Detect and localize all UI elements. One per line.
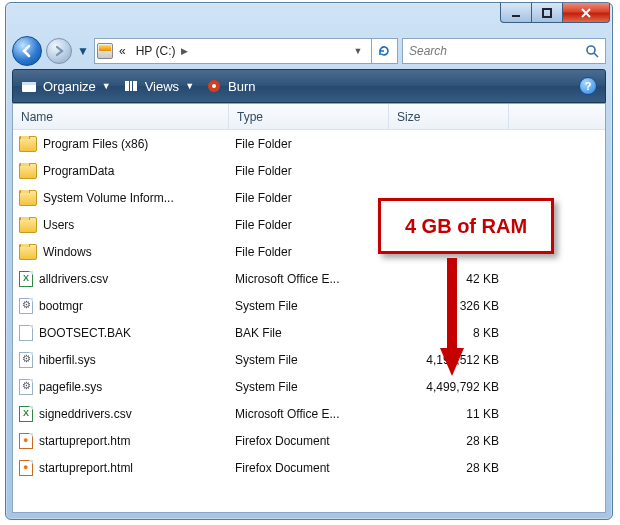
file-type: System File xyxy=(229,353,389,367)
column-headers: Name Type Size xyxy=(13,104,605,130)
file-name: Windows xyxy=(43,245,92,259)
chevron-down-icon: ▼ xyxy=(185,81,194,91)
svg-marker-12 xyxy=(440,348,464,376)
list-item[interactable]: signeddrivers.csvMicrosoft Office E...11… xyxy=(13,400,605,427)
file-name: ProgramData xyxy=(43,164,114,178)
file-name: startupreport.htm xyxy=(39,434,130,448)
arrow-right-icon xyxy=(52,44,66,58)
maximize-button[interactable] xyxy=(531,3,563,23)
list-item[interactable]: Program Files (x86)File Folder xyxy=(13,130,605,157)
file-name: pagefile.sys xyxy=(39,380,102,394)
gear-icon xyxy=(19,352,33,368)
file-type: Firefox Document xyxy=(229,434,389,448)
ff-icon xyxy=(19,433,33,449)
folder-icon xyxy=(19,163,37,179)
folder-icon xyxy=(19,244,37,260)
file-size: 4,499,792 KB xyxy=(389,380,509,394)
nav-row: ▼ « HP (C:) ▶ ▼ Search xyxy=(6,33,612,69)
close-icon xyxy=(579,6,593,20)
views-menu[interactable]: Views ▼ xyxy=(123,78,194,94)
search-placeholder: Search xyxy=(409,44,447,58)
file-name: Program Files (x86) xyxy=(43,137,148,151)
file-icon xyxy=(19,325,33,341)
file-type: File Folder xyxy=(229,164,389,178)
refresh-icon xyxy=(377,44,391,58)
file-type: Microsoft Office E... xyxy=(229,407,389,421)
svg-point-2 xyxy=(587,46,595,54)
burn-button[interactable]: Burn xyxy=(206,78,255,94)
titlebar xyxy=(6,3,612,33)
search-icon xyxy=(585,44,599,58)
back-button[interactable] xyxy=(12,36,42,66)
svg-rect-0 xyxy=(512,15,520,17)
minimize-button[interactable] xyxy=(500,3,532,23)
close-button[interactable] xyxy=(562,3,610,23)
file-name: signeddrivers.csv xyxy=(39,407,132,421)
svg-rect-1 xyxy=(543,9,551,17)
svg-rect-8 xyxy=(133,81,137,91)
column-type[interactable]: Type xyxy=(229,104,389,129)
svg-rect-7 xyxy=(130,81,132,91)
address-bar[interactable]: « HP (C:) ▶ ▼ xyxy=(94,38,398,64)
file-name: startupreport.html xyxy=(39,461,133,475)
organize-menu[interactable]: Organize ▼ xyxy=(21,78,111,94)
folder-icon xyxy=(19,217,37,233)
chevron-down-icon: ▼ xyxy=(102,81,111,91)
svg-line-3 xyxy=(594,53,598,57)
file-type: System File xyxy=(229,299,389,313)
list-item[interactable]: alldrivers.csvMicrosoft Office E...42 KB xyxy=(13,265,605,292)
search-input[interactable]: Search xyxy=(402,38,606,64)
minimize-icon xyxy=(510,7,522,19)
help-button[interactable]: ? xyxy=(579,77,597,95)
file-type: Firefox Document xyxy=(229,461,389,475)
list-item[interactable]: startupreport.htmlFirefox Document28 KB xyxy=(13,454,605,481)
list-item[interactable]: startupreport.htmFirefox Document28 KB xyxy=(13,427,605,454)
excel-icon xyxy=(19,406,33,422)
views-label: Views xyxy=(145,79,179,94)
ff-icon xyxy=(19,460,33,476)
file-name: hiberfil.sys xyxy=(39,353,96,367)
column-name[interactable]: Name xyxy=(13,104,229,129)
file-type: BAK File xyxy=(229,326,389,340)
file-size: 28 KB xyxy=(389,434,509,448)
column-size[interactable]: Size xyxy=(389,104,509,129)
nav-history-dropdown[interactable]: ▼ xyxy=(76,42,90,60)
chevron-right-icon[interactable]: ▶ xyxy=(181,46,188,56)
rows-container: Program Files (x86)File FolderProgramDat… xyxy=(13,130,605,512)
organize-icon xyxy=(21,78,37,94)
file-type: File Folder xyxy=(229,137,389,151)
burn-label: Burn xyxy=(228,79,255,94)
svg-point-10 xyxy=(212,84,216,88)
crumb-location[interactable]: HP (C:) xyxy=(132,44,180,58)
gear-icon xyxy=(19,298,33,314)
annotation-text: 4 GB of RAM xyxy=(405,215,527,238)
annotation-arrow-icon xyxy=(440,258,470,378)
maximize-icon xyxy=(541,7,553,19)
folder-icon xyxy=(19,190,37,206)
list-item[interactable]: BOOTSECT.BAKBAK File8 KB xyxy=(13,319,605,346)
refresh-button[interactable] xyxy=(371,39,395,63)
list-item[interactable]: bootmgrSystem File326 KB xyxy=(13,292,605,319)
explorer-window: ▼ « HP (C:) ▶ ▼ Search Organize ▼ xyxy=(5,2,613,520)
command-bar: Organize ▼ Views ▼ Burn ? xyxy=(12,69,606,103)
list-item[interactable]: ProgramDataFile Folder xyxy=(13,157,605,184)
file-type: Microsoft Office E... xyxy=(229,272,389,286)
burn-icon xyxy=(206,78,222,94)
gear-icon xyxy=(19,379,33,395)
list-item[interactable]: pagefile.sysSystem File4,499,792 KB xyxy=(13,373,605,400)
excel-icon xyxy=(19,271,33,287)
arrow-left-icon xyxy=(19,43,35,59)
forward-button[interactable] xyxy=(46,38,72,64)
drive-icon xyxy=(97,43,113,59)
list-item[interactable]: hiberfil.sysSystem File4,193,512 KB xyxy=(13,346,605,373)
file-type: File Folder xyxy=(229,245,389,259)
file-name: bootmgr xyxy=(39,299,83,313)
file-size: 28 KB xyxy=(389,461,509,475)
crumb-prefix: « xyxy=(115,44,130,58)
file-type: File Folder xyxy=(229,218,389,232)
organize-label: Organize xyxy=(43,79,96,94)
svg-rect-5 xyxy=(22,82,36,85)
file-type: File Folder xyxy=(229,191,389,205)
address-history-dropdown[interactable]: ▼ xyxy=(349,46,367,56)
svg-rect-6 xyxy=(125,81,129,91)
